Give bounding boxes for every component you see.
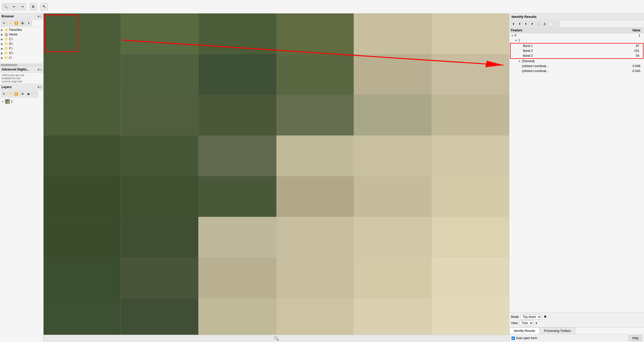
identify-row-coord1[interactable]: (clicked coordinat... 0.546 (509, 64, 644, 69)
f-arrow: ▶ (1, 47, 4, 50)
svg-rect-33 (276, 217, 354, 258)
svg-rect-45 (276, 298, 354, 339)
svg-rect-3 (276, 13, 354, 54)
svg-rect-15 (276, 95, 354, 136)
identify-row-band2[interactable]: Band 2 101 (510, 48, 643, 53)
browser-refresh-btn[interactable]: ↻ (1, 20, 7, 26)
identify-toolbar: ⬇ ⬆ ⬆ ⬆ 📋 🖨 📄 ⋯ (509, 20, 644, 28)
svg-rect-30 (44, 217, 121, 258)
svg-rect-8 (198, 54, 276, 95)
svg-rect-7 (121, 54, 199, 95)
mode-dropdown-icon: ▼ (543, 315, 547, 319)
browser-new-btn[interactable]: ➕ (20, 20, 25, 26)
auto-open-text: Auto open form (516, 336, 537, 340)
browser-icon-close[interactable]: × (38, 15, 39, 18)
svg-rect-21 (276, 136, 354, 176)
browser-item-favorites[interactable]: ▶ ⭐ Favorites (0, 27, 43, 32)
browser-item-home[interactable]: ▶ 🏠 Home (0, 32, 43, 37)
layers-btn-4[interactable]: ⚙ (20, 91, 25, 97)
browser-item-c[interactable]: ▶ 📁 C:\ (0, 37, 43, 41)
browser-tree: ▶ ⭐ Favorites ▶ 🏠 Home ▶ 📁 C:\ ▶ 📁 (0, 27, 43, 63)
toolbar-btn-redo[interactable]: ↪ (19, 3, 26, 10)
layers-header: Layers × □ (0, 84, 43, 90)
identify-row-band1[interactable]: Band 1 87 (510, 44, 643, 48)
identify-btn-doc[interactable]: 📄 (548, 21, 554, 27)
mode-label: Mode (511, 315, 519, 319)
tab-processing-toolbox[interactable]: Processing Toolbox (540, 327, 575, 334)
adv-icon-maximize[interactable]: □ (40, 68, 42, 71)
g-label: G:\ (9, 51, 13, 55)
svg-rect-28 (354, 176, 432, 217)
identify-row-derived[interactable]: ▼ (Derived) (509, 59, 644, 64)
layers-icon-maximize[interactable]: □ (40, 86, 42, 89)
identify-row-1[interactable]: ▼ 1 (509, 38, 644, 43)
band1-label: Band 1 (523, 44, 610, 48)
c-arrow: ▶ (1, 38, 4, 41)
layers-btn-1[interactable]: ↻ (1, 91, 7, 97)
browser-item-i[interactable]: ▶ 📁 I:\ (0, 55, 43, 60)
svg-rect-2 (198, 13, 276, 54)
coord2-value: -0.543 (611, 69, 642, 73)
svg-rect-0 (44, 13, 121, 54)
row0-label: 0 (515, 34, 611, 37)
help-button[interactable]: Help (629, 335, 642, 341)
band1-value: 87 (610, 44, 641, 48)
toolbar-btn-settings[interactable]: ⚙ (30, 3, 37, 10)
layers-btn-2[interactable]: ⚡ (7, 91, 13, 97)
svg-rect-20 (198, 136, 276, 176)
map-area[interactable]: 🔍 (44, 13, 509, 342)
identify-btn-4[interactable]: ⬆ (529, 21, 535, 27)
layer-checkbox[interactable]: ✓ (2, 100, 4, 103)
svg-rect-5 (432, 13, 509, 54)
svg-rect-40 (354, 258, 432, 298)
layers-panel: Layers × □ ↻ ⚡ 🔽 ⚙ ▶ ⋯ ✓ 1 (0, 84, 43, 105)
svg-rect-4 (354, 13, 432, 54)
browser-filter-btn[interactable]: 🔽 (13, 20, 19, 26)
d-icon: 📁 (4, 42, 8, 46)
adv-header-icons: × □ (38, 68, 42, 71)
browser-info-btn[interactable]: ℹ (26, 20, 32, 26)
browser-item-g[interactable]: ▶ 📁 G:\ (0, 51, 43, 55)
toolbar-btn-search[interactable]: 🔍 (2, 3, 9, 10)
identify-btn-1[interactable]: ⬇ (510, 21, 516, 27)
home-arrow: ▶ (1, 33, 4, 36)
identify-btn-print[interactable]: 🖨 (542, 21, 547, 27)
adv-header: Advanced Digitiz... × □ (0, 67, 43, 73)
svg-rect-36 (44, 258, 121, 298)
adv-icon-close[interactable]: × (38, 68, 39, 71)
browser-item-f[interactable]: ▶ 📁 F:\ (0, 46, 43, 51)
identify-btn-3[interactable]: ⬆ (523, 21, 529, 27)
toolbar-btn-cursor[interactable]: ↖ (40, 3, 48, 10)
favorites-arrow: ▶ (1, 28, 4, 31)
layers-content: ✓ 1 (0, 98, 43, 105)
identify-row-band3[interactable]: Band 3 54 (510, 53, 643, 58)
advanced-digitizing-panel: Advanced Digitiz... × □ CAD tools are no… (0, 66, 43, 84)
identify-tabs: Identify Results Processing Toolbox (509, 327, 644, 334)
browser-scroll-h[interactable] (0, 63, 43, 66)
browser-add-btn[interactable]: ⚡ (7, 20, 13, 26)
browser-item-d[interactable]: ▶ 📁 D:\ (0, 41, 43, 46)
toolbar-btn-undo[interactable]: ↩ (10, 3, 18, 10)
view-select[interactable]: Tree (519, 320, 534, 326)
tab-identify-results[interactable]: Identify Results (509, 327, 540, 334)
identify-row-0[interactable]: ▼ 0 1 (509, 33, 644, 38)
browser-icon-maximize[interactable]: □ (40, 15, 42, 18)
layers-icon-close[interactable]: × (38, 86, 39, 89)
c-icon: 📁 (4, 37, 8, 41)
svg-rect-17 (432, 95, 509, 136)
identify-row-coord2[interactable]: (clicked coordinat... -0.543 (509, 69, 644, 74)
identify-btn-clipboard[interactable]: 📋 (535, 21, 541, 27)
home-icon: 🏠 (4, 33, 8, 36)
identify-btn-2[interactable]: ⬆ (517, 21, 522, 27)
row0-value: 1 (611, 34, 642, 37)
mode-select[interactable]: Top down (520, 314, 542, 319)
layer-item-1[interactable]: ✓ 1 (2, 99, 42, 104)
identify-btn-more[interactable]: ⋯ (554, 21, 560, 27)
layers-btn-5[interactable]: ▶ (26, 91, 32, 97)
auto-open-checkbox[interactable] (512, 337, 515, 340)
auto-open-label[interactable]: Auto open form (512, 336, 537, 340)
svg-rect-6 (44, 54, 121, 95)
layers-btn-more[interactable]: ⋯ (32, 91, 38, 97)
coord1-label: (clicked coordinat... (522, 64, 611, 68)
layers-btn-3[interactable]: 🔽 (13, 91, 19, 97)
